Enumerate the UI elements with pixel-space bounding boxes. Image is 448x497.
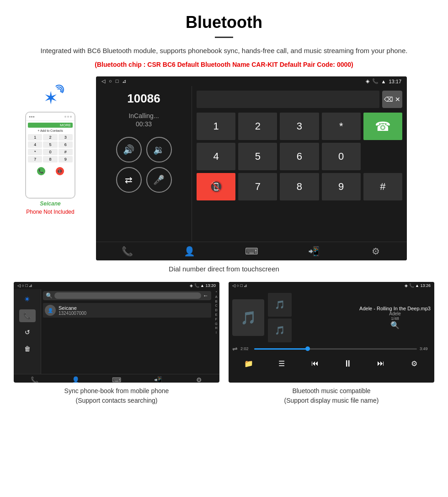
music-screenshot: ◁ ○ □ ⊿ ◈ 📞 ▲ 13:26 🎵 🎵 🎵: [229, 282, 434, 405]
phone-end-button: 📵: [56, 167, 64, 175]
album-mini-2: 🎵: [268, 319, 292, 342]
key-star[interactable]: *: [322, 113, 361, 140]
music-label: Bluetooth music compatible (Support disp…: [229, 386, 434, 405]
key-8[interactable]: 8: [280, 173, 319, 200]
pb-alpha-g[interactable]: G: [215, 322, 217, 326]
phone-key-7: 7: [28, 156, 42, 162]
car-unit-screen: ◁ ○ □ ⊿ ◈ 📞 ▲ 13:17 10086 InCalling... 0…: [96, 76, 407, 260]
nav-call-icon[interactable]: 📞: [96, 246, 158, 257]
car-status-bar: ◁ ○ □ ⊿ ◈ 📞 ▲ 13:17: [96, 76, 407, 86]
phone-not-included-label: Phone Not Included: [26, 209, 74, 215]
volume-up-button[interactable]: 🔊: [116, 137, 142, 162]
pb-nav-refresh-icon[interactable]: ↺: [19, 326, 36, 339]
pb-nav-phone-icon[interactable]: 📞: [19, 309, 36, 322]
phone-image: ●●● MORE + Add to Contacts 1 2 3 4 5 6 *: [25, 112, 75, 199]
call-end-button[interactable]: 📵: [197, 173, 235, 200]
pb-alpha-star[interactable]: *: [216, 290, 217, 295]
square-icon: □: [116, 78, 119, 84]
transfer-button[interactable]: ⇄: [116, 167, 142, 193]
signal-waves: [57, 88, 64, 95]
pb-contact-avatar: 👤: [45, 305, 56, 316]
music-tune-btn[interactable]: ⚙: [408, 357, 421, 370]
pb-contact-item[interactable]: 👤 Seicane 13241007000: [43, 303, 211, 318]
call-answer-button[interactable]: ☎: [363, 113, 402, 140]
key-2[interactable]: 2: [238, 113, 277, 140]
phone-screen: MORE + Add to Contacts 1 2 3 4 5 6 * 0 #…: [26, 121, 75, 198]
pb-alpha-a[interactable]: A: [215, 295, 218, 299]
pb-nav-btn-settings[interactable]: ⚙: [178, 376, 219, 383]
header-description: Integrated with BC6 Bluetooth module, su…: [27, 45, 421, 56]
pb-alpha-e[interactable]: E: [215, 313, 218, 317]
music-screen: ◁ ○ □ ⊿ ◈ 📞 ▲ 13:26 🎵 🎵 🎵: [229, 282, 434, 383]
pb-status-left: ◁ ○ □ ⊿: [17, 283, 32, 288]
music-info: Adele - Rolling In the Deep.mp3 Adele 1/…: [359, 306, 431, 330]
phone-dial-grid: 1 2 3 4 5 6 * 0 # 7 8 9: [28, 134, 73, 162]
key-7[interactable]: 7: [238, 173, 277, 200]
pb-nav-btn-contacts[interactable]: 👤: [55, 376, 96, 383]
pb-bottom-nav: 📞 👤 ⌨ 📲 ⚙: [14, 374, 219, 383]
keypad-backspace-button[interactable]: ⌫ ✕: [382, 91, 402, 108]
pb-nav-bluetooth-icon[interactable]: ✴: [19, 293, 36, 306]
pb-search-bar[interactable]: [54, 292, 201, 299]
pb-alpha-h[interactable]: H: [215, 326, 217, 330]
car-bottom-nav: 📞 👤 ⌨ 📲 ⚙: [96, 242, 407, 260]
music-list-btn[interactable]: ☰: [275, 357, 288, 370]
wifi-icon: ▲: [381, 79, 386, 84]
phonebook-label: Sync phone-book from mobile phone (Suppo…: [14, 386, 219, 405]
phone-key-4: 4: [28, 141, 42, 148]
pb-nav-btn-call[interactable]: 📞: [14, 376, 55, 383]
call-controls: 🔊 🔉 ⇄ 🎤: [116, 137, 172, 193]
keypad-grid: 1 2 3 * ☎ 4 5 6 0 📵 7 8 9 #: [197, 113, 402, 200]
music-search-icon[interactable]: 🔍: [390, 321, 400, 329]
car-left-panel: 10086 InCalling... 00:33 🔊 🔉 ⇄ 🎤: [96, 86, 192, 242]
key-6[interactable]: 6: [280, 143, 319, 170]
mic-button[interactable]: 🎤: [146, 167, 172, 193]
key-3[interactable]: 3: [280, 113, 319, 140]
pb-alpha-d[interactable]: D: [215, 308, 217, 313]
music-album-area: 🎵 🎵 🎵 Adele - Rolling In the Deep.mp3 Ad…: [232, 293, 431, 342]
pb-alpha-f[interactable]: F: [215, 317, 217, 322]
key-hash[interactable]: #: [363, 173, 402, 200]
pb-nav-btn-keypad[interactable]: ⌨: [96, 376, 137, 383]
pb-content: ✴ 📞 ↺ 🗑 🔍 ← 👤 Seicane: [14, 289, 219, 374]
car-content: 10086 InCalling... 00:33 🔊 🔉 ⇄ 🎤 ⌫ ✕ 1: [96, 86, 407, 242]
home-icon: ○: [109, 78, 112, 84]
page-header: Bluetooth Integrated with BC6 Bluetooth …: [0, 0, 448, 76]
phone-key-3: 3: [59, 134, 73, 140]
pb-alpha-b[interactable]: B: [215, 299, 218, 304]
phone-key-8: 8: [43, 156, 57, 162]
keypad-input-field[interactable]: [197, 91, 379, 108]
music-play-btn[interactable]: ⏸: [341, 357, 354, 370]
key-9[interactable]: 9: [322, 173, 361, 200]
music-track: 1/48: [359, 316, 431, 321]
phone-signal-icon: 📞: [372, 78, 379, 84]
music-next-btn[interactable]: ⏭: [374, 357, 387, 370]
phone-key-6: 6: [59, 141, 73, 148]
key-0[interactable]: 0: [322, 143, 361, 170]
pb-nav-btn-transfer[interactable]: 📲: [137, 376, 178, 383]
progress-fill: [254, 348, 308, 350]
music-title: Adele - Rolling In the Deep.mp3: [359, 306, 431, 311]
pb-main: 🔍 ← 👤 Seicane 13241007000: [41, 289, 213, 374]
page-title: Bluetooth: [27, 13, 421, 32]
music-folder-btn[interactable]: 📁: [242, 357, 255, 370]
phone-mock-container: ✶ ●●● MORE + Add to Contacts 1: [14, 76, 87, 215]
progress-thumb[interactable]: [305, 346, 310, 351]
nav-contacts-icon[interactable]: 👤: [158, 246, 220, 257]
nav-transfer-icon[interactable]: 📲: [283, 246, 345, 257]
progress-bar[interactable]: [254, 348, 417, 350]
music-prev-btn[interactable]: ⏮: [309, 357, 321, 370]
pb-nav-trash-icon[interactable]: 🗑: [19, 342, 36, 355]
nav-keypad-icon[interactable]: ⌨: [220, 246, 283, 257]
key-1[interactable]: 1: [197, 113, 235, 140]
volume-down-button[interactable]: 🔉: [146, 137, 172, 162]
key-5[interactable]: 5: [238, 143, 277, 170]
nav-settings-icon[interactable]: ⚙: [345, 246, 407, 257]
shuffle-icon[interactable]: ⇌: [232, 345, 238, 352]
pb-alpha-i[interactable]: I: [216, 330, 217, 335]
phone-key-hash: #: [59, 149, 73, 155]
album-mini-note-1: 🎵: [275, 300, 285, 310]
key-4[interactable]: 4: [197, 143, 235, 170]
pb-alpha-c[interactable]: C: [215, 303, 217, 308]
music-artist: Adele: [359, 311, 431, 316]
